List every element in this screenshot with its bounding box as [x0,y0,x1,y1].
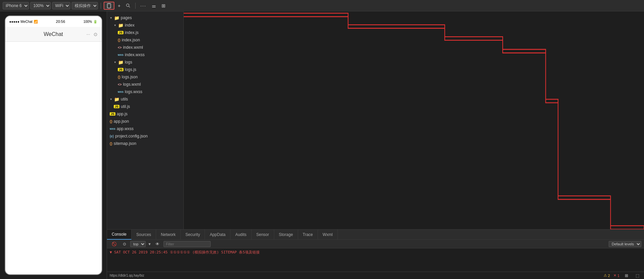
tree-file-util-js[interactable]: JS util.js [107,103,183,110]
tree-file-logs-wxml[interactable]: <> logs.wxml [107,81,183,88]
layout-button[interactable]: ⚌ [150,2,158,9]
wifi-icon: 📶 [34,20,38,24]
toolbar-divider-2 [135,3,136,9]
levels-select[interactable]: Default levels [609,241,641,247]
phone-frame: ●●●●● WeChat 📶 20:56 100% 🔋 WeChat ··· ⊙ [5,15,102,275]
tree-file-index-js[interactable]: JS index.js [107,29,183,36]
error-count: ✕ 1 [613,273,619,278]
phone-title: WeChat [44,31,63,37]
status-bar: https://dldir1.qq.hay/biz ⚠ 2 ✕ 1 ⊞ ⬚ [107,272,644,279]
tree-file-logs-js[interactable]: JS logs.js [107,66,183,73]
red-staircase-outline [184,11,644,229]
bottom-toolbar: 🚫 ⊙ top ▼ 👁 Default levels [107,240,644,248]
phone-header: WeChat ··· ⊙ [5,27,102,42]
label-index-js: index.js [125,30,139,35]
badge-js-appjs: JS [110,112,115,116]
folder-icon-utils: 📁 [114,97,119,102]
tab-audits[interactable]: Audits [230,230,251,240]
folder-icon-logs: 📁 [118,60,123,65]
label-pages: pages [121,15,132,20]
badge-js-utiljs: JS [114,105,119,108]
more-menu-icon[interactable]: ··· [86,32,90,37]
tree-folder-index[interactable]: ▼ 📁 index [107,22,183,29]
tree-folder-utils[interactable]: ▼ 📁 utils [107,95,183,103]
console-content: ▼ SAT OCT 26 2019 20:25:45 ①①①①①① (模拟操作无… [107,248,644,272]
label-index: index [125,23,135,28]
record-icon[interactable]: ⊙ [94,32,98,37]
tab-sources[interactable]: Sources [132,230,156,240]
tab-appdata[interactable]: AppData [205,230,230,240]
tree-file-app-json[interactable]: {} app.json [107,118,183,125]
search-button[interactable] [124,3,133,9]
console-clear-button[interactable]: 🚫 [110,241,119,247]
tree-file-app-js[interactable]: JS app.js [107,110,183,118]
tree-folder-pages[interactable]: ▼ 📁 pages [107,14,183,22]
svg-point-2 [127,4,129,6]
network-select[interactable]: WiFi [52,2,70,9]
tree-file-logs-json[interactable]: {} logs.json [107,73,183,81]
tab-trace[interactable]: Trace [298,230,318,240]
svg-line-3 [129,6,130,7]
tree-file-sitemap[interactable]: {} sitemap.json [107,140,183,147]
label-index-wxml: index.wxml [123,45,143,50]
tree-file-app-wxss[interactable]: wxs app.wxss [107,125,183,132]
tree-file-project-config[interactable]: {e} project.config.json [107,132,183,140]
tab-network[interactable]: Network [156,230,181,240]
phone-status-right: 100% 🔋 [83,20,98,24]
add-button[interactable]: + [116,2,122,9]
folder-icon-index: 📁 [118,23,123,28]
console-log-entry: ▼ SAT OCT 26 2019 20:25:45 ①①①①①① (模拟操作无… [110,250,260,254]
dock-button[interactable]: ⬚ [634,273,641,279]
tree-file-logs-wxss[interactable]: wxs logs.wxss [107,88,183,95]
mode-select[interactable]: 模拟操作 [72,2,98,9]
phone-header-icons: ··· ⊙ [86,32,98,37]
label-index-json: index.json [122,38,140,42]
extra-button[interactable]: ⊞ [159,2,168,9]
context-select[interactable]: top [130,241,146,247]
phone-icon [106,3,112,8]
badge-wxss-appwxss: wxs [110,127,115,130]
label-utils: utils [121,97,128,102]
carrier-label: WeChat [21,20,33,24]
tab-wxml[interactable]: Wxml [318,230,338,240]
tab-security[interactable]: Security [181,230,205,240]
phone-status-left: ●●●●● WeChat 📶 [9,20,38,24]
filter-input[interactable] [164,241,211,247]
label-logs: logs [125,60,132,65]
badge-json-indexjson: {} [118,38,120,42]
context-arrow: ▼ [148,242,151,246]
eye-button[interactable]: 👁 [153,241,162,247]
label-app-js: app.js [117,112,128,116]
file-tree-panel: ▼ 📁 pages ▼ 📁 index JS index.js {} index… [107,11,184,229]
main-content: ●●●●● WeChat 📶 20:56 100% 🔋 WeChat ··· ⊙ [0,11,644,279]
badge-json-appjson: {} [110,120,112,123]
label-app-wxss: app.wxss [117,126,134,131]
tree-file-index-json[interactable]: {} index.json [107,36,183,44]
label-logs-json: logs.json [122,75,138,79]
status-bar-right: ⚠ 2 ✕ 1 ⊞ ⬚ [604,273,641,279]
tree-file-index-wxml[interactable]: <> index.wxml [107,44,183,51]
badge-js-indexjs: JS [118,31,123,34]
simulator-toggle-button[interactable] [104,2,114,10]
device-select[interactable]: iPhone 6 [3,2,29,9]
phone-status-bar: ●●●●● WeChat 📶 20:56 100% 🔋 [5,16,102,27]
panel-toggle-button[interactable]: ⊞ [623,273,630,279]
search-icon [126,3,131,8]
more-options[interactable]: ··· [138,2,148,9]
signal-icon: ●●●●● [9,20,20,24]
battery-label: 100% [83,20,92,24]
tab-console[interactable]: Console [107,230,132,240]
badge-wxss-logswxss: wxs [118,90,123,93]
tree-file-index-wxss[interactable]: wxs index.wxss [107,51,183,58]
zoom-select[interactable]: 100% [30,2,51,9]
status-url: https://dldir1.qq.hay/biz [110,274,144,277]
label-logs-js: logs.js [125,67,136,72]
tree-folder-logs[interactable]: ▼ 📁 logs [107,58,183,66]
phone-body [5,42,102,210]
console-filter-button[interactable]: ⊙ [121,241,128,247]
error-icon: ✕ [613,273,616,278]
top-toolbar: iPhone 6 100% WiFi 模拟操作 + ··· ⚌ ⊞ [0,0,644,11]
tab-sensor[interactable]: Sensor [252,230,274,240]
tab-storage[interactable]: Storage [274,230,298,240]
label-util-js: util.js [121,104,130,109]
